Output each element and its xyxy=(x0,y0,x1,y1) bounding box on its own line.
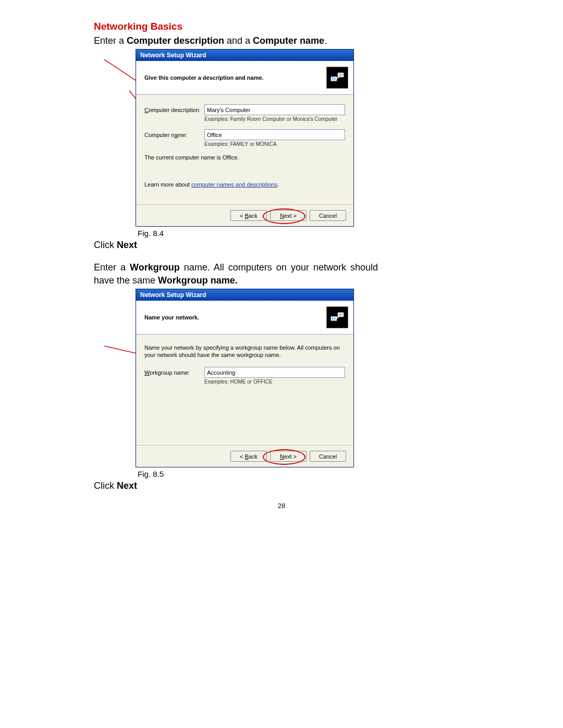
wizard-body: Computer description: Examples: Family R… xyxy=(136,95,353,204)
label-computer-description: Computer description: xyxy=(144,107,204,113)
row-computer-description: Computer description: xyxy=(144,104,345,115)
cancel-button[interactable]: Cancel xyxy=(310,210,346,221)
input-workgroup-name[interactable] xyxy=(204,367,345,378)
page-number: 28 xyxy=(94,502,469,510)
wizard-header: Give this computer a description and nam… xyxy=(136,61,353,95)
network-computers-icon xyxy=(326,306,348,328)
network-computers-icon xyxy=(326,67,348,89)
figure-caption-2: Fig. 8.5 xyxy=(138,470,469,478)
current-computer-name: The current computer name is Office. xyxy=(144,154,345,161)
body-note: Name your network by specifying a workgr… xyxy=(144,344,345,359)
t: Enter a xyxy=(94,35,127,46)
svg-rect-11 xyxy=(339,313,343,316)
svg-rect-5 xyxy=(339,74,343,77)
next-button[interactable]: Next > xyxy=(270,451,307,462)
t: B xyxy=(245,453,249,460)
cancel-button[interactable]: Cancel xyxy=(310,451,346,462)
t: Next xyxy=(117,480,137,491)
t: and a xyxy=(224,35,253,46)
t: Click xyxy=(94,480,117,491)
t: ext > xyxy=(284,453,297,460)
t: Next xyxy=(117,240,137,250)
t: N xyxy=(280,453,284,460)
wizard-buttons: < Back Next > Cancel xyxy=(136,205,353,226)
wizard-body: Name your network by specifying a workgr… xyxy=(136,335,353,446)
t: omputer description: xyxy=(149,107,201,113)
t: me: xyxy=(178,132,187,138)
t: Computer n xyxy=(144,132,174,138)
label-workgroup-name: Workgroup name: xyxy=(144,369,204,376)
figure-8-4: Network Setup Wizard Give this computer … xyxy=(136,49,469,238)
t: Workgroup name. xyxy=(158,275,238,286)
network-setup-wizard-2: Network Setup Wizard Name your network. … xyxy=(136,289,354,468)
wizard-header: Name your network. xyxy=(136,301,353,335)
wizard-titlebar: Network Setup Wizard xyxy=(136,289,353,301)
wizard-header-title: Give this computer a description and nam… xyxy=(144,75,264,81)
next-button[interactable]: Next > xyxy=(270,210,307,221)
t: orkgroup name: xyxy=(150,369,190,376)
click-next-1: Click Next xyxy=(94,240,469,251)
figure-8-5: Network Setup Wizard Name your network. … xyxy=(136,289,469,479)
back-button[interactable]: < Back xyxy=(230,451,267,462)
wizard-buttons: < Back Next > Cancel xyxy=(136,446,353,467)
t: Office. xyxy=(223,154,239,161)
label-computer-name: Computer name: xyxy=(144,132,204,138)
t: . xyxy=(324,35,327,46)
t: Click xyxy=(94,240,117,250)
section-heading: Networking Basics xyxy=(94,21,469,32)
examples-computer-name: Examples: FAMILY or MONICA xyxy=(204,141,345,147)
link-computer-names-descriptions[interactable]: computer names and descriptions xyxy=(191,181,277,188)
t: Computer description xyxy=(127,35,224,46)
t: . xyxy=(277,181,279,188)
t: < xyxy=(240,453,244,460)
t: Enter a xyxy=(94,262,130,273)
wizard-header-title: Name your network. xyxy=(144,314,199,320)
input-computer-name[interactable] xyxy=(204,129,345,140)
back-button[interactable]: < Back xyxy=(230,210,267,221)
t: ack xyxy=(249,453,258,460)
click-next-2: Click Next xyxy=(94,480,469,491)
examples-computer-description: Examples: Family Room Computer or Monica… xyxy=(204,116,345,122)
row-computer-name: Computer name: xyxy=(144,129,345,140)
t: The current computer name is xyxy=(144,154,223,161)
t: Learn more about xyxy=(144,181,191,188)
t: Computer name xyxy=(253,35,324,46)
network-setup-wizard-1: Network Setup Wizard Give this computer … xyxy=(136,49,354,227)
t: N xyxy=(280,213,284,219)
learn-more-line: Learn more about computer names and desc… xyxy=(144,181,345,188)
svg-rect-9 xyxy=(332,317,336,320)
t: < xyxy=(240,213,244,219)
t: C xyxy=(144,107,149,113)
instruction-2: Enter a Workgroup name. All computers on… xyxy=(94,261,378,287)
row-workgroup-name: Workgroup name: xyxy=(144,367,345,378)
t: B xyxy=(245,213,249,219)
wizard-titlebar: Network Setup Wizard xyxy=(136,50,353,61)
svg-rect-3 xyxy=(332,78,336,80)
input-computer-description[interactable] xyxy=(204,104,345,115)
t: Workgroup xyxy=(130,262,180,273)
figure-caption-1: Fig. 8.4 xyxy=(138,229,469,238)
t: W xyxy=(144,369,150,376)
examples-workgroup: Examples: HOME or OFFICE xyxy=(204,379,345,385)
t: ext > xyxy=(284,213,297,219)
t: ack xyxy=(249,213,258,219)
instruction-1: Enter a Computer description and a Compu… xyxy=(94,34,469,47)
